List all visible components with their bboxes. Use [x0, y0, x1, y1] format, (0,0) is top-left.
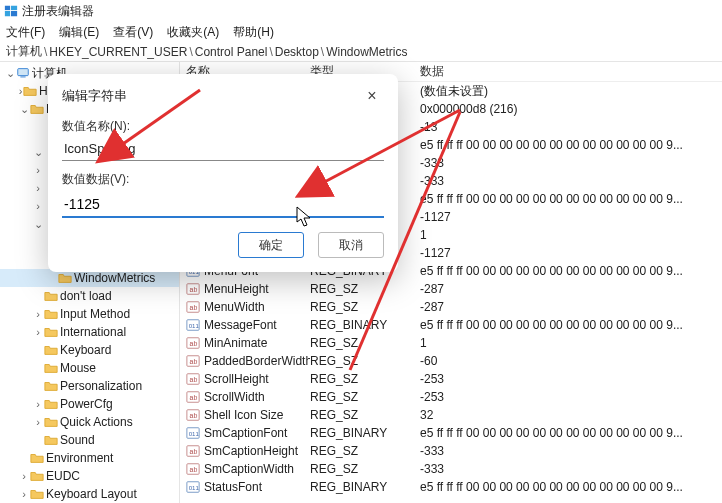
- tree-powercfg[interactable]: › PowerCfg: [0, 395, 179, 413]
- tree-expand-icon[interactable]: ›: [32, 200, 44, 212]
- list-row[interactable]: abScrollHeightREG_SZ-253: [180, 370, 722, 388]
- value-data: -13: [420, 120, 722, 134]
- tree-expand-icon[interactable]: ›: [18, 488, 30, 500]
- path-seg-3[interactable]: Desktop: [275, 45, 319, 59]
- folder-icon: [44, 415, 58, 429]
- value-type: REG_BINARY: [310, 318, 420, 332]
- folder-icon: [30, 102, 44, 116]
- tree-blank-icon: [32, 344, 44, 356]
- value-data: e5 ff ff ff 00 00 00 00 00 00 00 00 00 0…: [420, 318, 722, 332]
- svg-text:ab: ab: [190, 286, 198, 293]
- tree-collapse-icon[interactable]: ⌄: [32, 218, 44, 230]
- value-data: 1: [420, 228, 722, 242]
- value-type: REG_SZ: [310, 390, 420, 404]
- binary-value-icon: 011: [186, 480, 200, 494]
- list-row[interactable]: 011MessageFontREG_BINARYe5 ff ff ff 00 0…: [180, 316, 722, 334]
- tree-label: EUDC: [46, 469, 80, 483]
- close-icon: ×: [367, 87, 376, 105]
- list-row[interactable]: abShell Icon SizeREG_SZ32: [180, 406, 722, 424]
- value-name-label: 数值名称(N):: [62, 118, 384, 135]
- tree-quickactions[interactable]: › Quick Actions: [0, 413, 179, 431]
- svg-text:ab: ab: [190, 412, 198, 419]
- list-row[interactable]: abScrollWidthREG_SZ-253: [180, 388, 722, 406]
- tree-international[interactable]: › International: [0, 323, 179, 341]
- binary-value-icon: 011: [186, 426, 200, 440]
- menu-edit[interactable]: 编辑(E): [59, 24, 99, 41]
- svg-rect-2: [5, 11, 10, 16]
- path-seg-1[interactable]: HKEY_CURRENT_USER: [49, 45, 187, 59]
- value-data: -1127: [420, 246, 722, 260]
- tree-personalization[interactable]: Personalization: [0, 377, 179, 395]
- window-title: 注册表编辑器: [22, 3, 94, 20]
- value-data-input[interactable]: [62, 192, 384, 218]
- list-row[interactable]: abSmCaptionWidthREG_SZ-333: [180, 460, 722, 478]
- menu-favorites[interactable]: 收藏夹(A): [167, 24, 219, 41]
- svg-text:ab: ab: [190, 466, 198, 473]
- col-header-data[interactable]: 数据: [420, 63, 722, 80]
- tree-expand-icon[interactable]: ›: [32, 416, 44, 428]
- cancel-button[interactable]: 取消: [318, 232, 384, 258]
- tree-label: PowerCfg: [60, 397, 113, 411]
- list-row[interactable]: 011StatusFontREG_BINARYe5 ff ff ff 00 00…: [180, 478, 722, 496]
- value-data: 0x000000d8 (216): [420, 102, 722, 116]
- tree-environment[interactable]: Environment: [0, 449, 179, 467]
- value-data: e5 ff ff ff 00 00 00 00 00 00 00 00 00 0…: [420, 426, 722, 440]
- value-type: REG_SZ: [310, 444, 420, 458]
- tree-keyboardlayout[interactable]: › Keyboard Layout: [0, 485, 179, 503]
- string-value-icon: ab: [186, 372, 200, 386]
- tree-eudc[interactable]: › EUDC: [0, 467, 179, 485]
- value-data: -253: [420, 372, 722, 386]
- svg-text:ab: ab: [190, 304, 198, 311]
- list-row[interactable]: 011SmCaptionFontREG_BINARYe5 ff ff ff 00…: [180, 424, 722, 442]
- value-name: MenuHeight: [204, 282, 269, 296]
- path-seg-2[interactable]: Control Panel: [195, 45, 268, 59]
- folder-icon: [44, 343, 58, 357]
- address-bar[interactable]: 计算机 \ HKEY_CURRENT_USER \ Control Panel …: [0, 42, 722, 62]
- tree-label: WindowMetrics: [74, 271, 155, 285]
- folder-icon: [30, 487, 44, 501]
- folder-icon: [44, 397, 58, 411]
- folder-icon: [44, 307, 58, 321]
- folder-icon: [44, 379, 58, 393]
- ok-button[interactable]: 确定: [238, 232, 304, 258]
- tree-expand-icon[interactable]: ›: [32, 326, 44, 338]
- value-name: MenuWidth: [204, 300, 265, 314]
- close-button[interactable]: ×: [360, 84, 384, 108]
- value-data: e5 ff ff ff 00 00 00 00 00 00 00 00 00 0…: [420, 480, 722, 494]
- list-row[interactable]: abMenuWidthREG_SZ-287: [180, 298, 722, 316]
- tree-expand-icon[interactable]: ›: [32, 182, 44, 194]
- tree-expand-icon[interactable]: ›: [32, 398, 44, 410]
- svg-rect-0: [5, 6, 10, 10]
- binary-value-icon: 011: [186, 318, 200, 332]
- tree-collapse-icon[interactable]: ⌄: [4, 67, 16, 79]
- tree-collapse-icon[interactable]: ⌄: [32, 146, 44, 158]
- string-value-icon: ab: [186, 444, 200, 458]
- path-seg-root[interactable]: 计算机: [6, 43, 42, 60]
- tree-expand-icon[interactable]: ›: [32, 308, 44, 320]
- menu-file[interactable]: 文件(F): [6, 24, 45, 41]
- tree-sound[interactable]: Sound: [0, 431, 179, 449]
- menu-view[interactable]: 查看(V): [113, 24, 153, 41]
- list-row[interactable]: abPaddedBorderWidthREG_SZ-60: [180, 352, 722, 370]
- value-data: (数值未设置): [420, 83, 722, 100]
- tree-mouse[interactable]: Mouse: [0, 359, 179, 377]
- folder-icon: [23, 84, 37, 98]
- path-seg-4[interactable]: WindowMetrics: [326, 45, 407, 59]
- value-type: REG_SZ: [310, 300, 420, 314]
- tree-dontload[interactable]: don't load: [0, 287, 179, 305]
- list-row[interactable]: abMinAnimateREG_SZ1: [180, 334, 722, 352]
- string-value-icon: ab: [186, 354, 200, 368]
- list-row[interactable]: abSmCaptionHeightREG_SZ-333: [180, 442, 722, 460]
- list-row[interactable]: abMenuHeightREG_SZ-287: [180, 280, 722, 298]
- value-type: REG_SZ: [310, 372, 420, 386]
- menu-help[interactable]: 帮助(H): [233, 24, 274, 41]
- tree-expand-icon[interactable]: ›: [32, 164, 44, 176]
- tree-blank-icon: [32, 362, 44, 374]
- tree-inputmethod[interactable]: › Input Method: [0, 305, 179, 323]
- value-name: PaddedBorderWidth: [204, 354, 310, 368]
- tree-collapse-icon[interactable]: ⌄: [18, 103, 30, 115]
- tree-keyboard[interactable]: Keyboard: [0, 341, 179, 359]
- tree-label: International: [60, 325, 126, 339]
- tree-expand-icon[interactable]: ›: [18, 470, 30, 482]
- pc-icon: [16, 66, 30, 80]
